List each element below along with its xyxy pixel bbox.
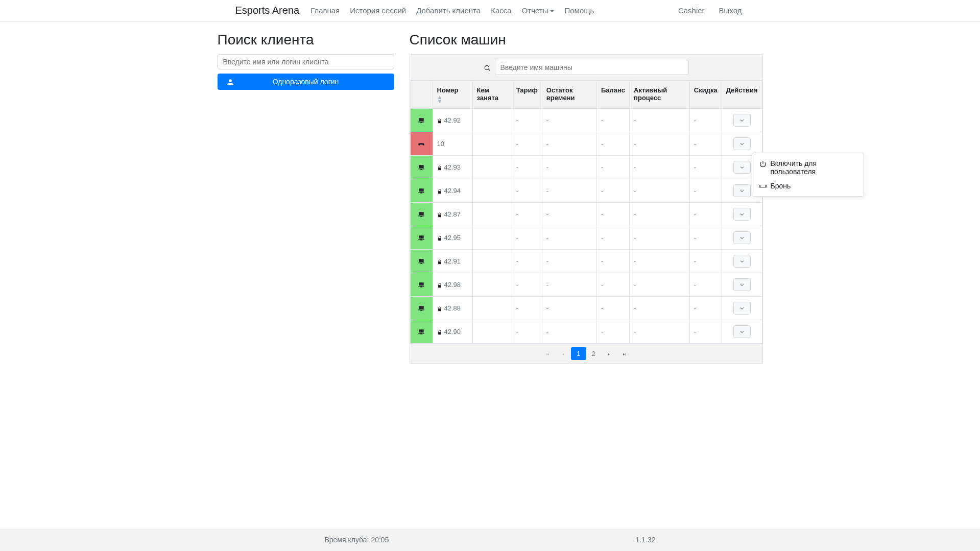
time-left-cell: - <box>542 320 596 344</box>
nav-add-client[interactable]: Добавить клиента <box>413 4 484 17</box>
row-action-button[interactable] <box>733 184 751 197</box>
tariff-cell: - <box>512 297 542 320</box>
row-action-button[interactable] <box>733 255 751 268</box>
page-2[interactable]: 2 <box>586 347 601 360</box>
time-left-cell: - <box>542 250 596 273</box>
page-last[interactable] <box>616 347 633 360</box>
search-icon <box>484 63 491 71</box>
discount-cell: - <box>689 226 722 250</box>
nav-sessions[interactable]: История сессий <box>347 4 409 17</box>
process-cell: - <box>630 179 690 203</box>
number-cell: 42.88 <box>433 297 472 320</box>
pc-icon <box>417 281 425 289</box>
process-cell: - <box>630 132 690 156</box>
occupied-cell <box>472 320 512 344</box>
balance-cell: - <box>596 297 629 320</box>
pc-icon <box>417 234 425 242</box>
brand[interactable]: Esports Arena <box>235 5 300 16</box>
number-cell: 42.90 <box>433 320 472 344</box>
page-next[interactable] <box>601 347 616 360</box>
one-time-login-button[interactable]: Одноразовый логин <box>218 74 394 90</box>
discount-cell: - <box>689 132 722 156</box>
occupied-cell <box>472 297 512 320</box>
tariff-cell: - <box>512 226 542 250</box>
balance-cell: - <box>596 273 629 297</box>
power-icon <box>759 159 767 167</box>
row-action-button[interactable] <box>733 208 751 221</box>
nav-cashier[interactable]: Касса <box>488 4 514 17</box>
table-row: 42.87 - - - - - <box>410 203 762 226</box>
row-action-button[interactable] <box>733 302 751 315</box>
lock-icon <box>437 234 442 242</box>
client-search-title: Поиск клиента <box>218 32 394 48</box>
row-action-button[interactable] <box>733 325 751 338</box>
occupied-cell <box>472 250 512 273</box>
status-cell <box>410 156 433 179</box>
client-search-input[interactable] <box>218 54 394 69</box>
col-discount: Скидка <box>689 81 722 109</box>
nav-main[interactable]: Главная <box>307 4 343 17</box>
lock-icon <box>437 116 442 124</box>
time-left-cell: - <box>542 273 596 297</box>
process-cell: - <box>630 226 690 250</box>
page-first[interactable] <box>539 347 556 360</box>
chevron-down-icon <box>739 116 745 124</box>
col-active-process: Активный процесс <box>630 81 690 109</box>
status-cell <box>410 203 433 226</box>
menu-power-on[interactable]: Включить для пользователя <box>752 156 864 179</box>
process-cell: - <box>630 156 690 179</box>
menu-reserve[interactable]: Бронь <box>752 179 864 193</box>
process-cell: - <box>630 320 690 344</box>
col-balance: Баланс <box>596 81 629 109</box>
row-action-button[interactable] <box>733 231 751 244</box>
row-action-button[interactable] <box>733 114 751 127</box>
table-row: 42.98 - - - - - <box>410 273 762 297</box>
row-action-button[interactable] <box>733 278 751 291</box>
process-cell: - <box>630 273 690 297</box>
occupied-cell <box>472 226 512 250</box>
lock-icon <box>437 328 442 336</box>
gamepad-icon <box>417 140 425 148</box>
col-number[interactable]: Номер ▲▼ <box>433 81 472 109</box>
tariff-cell: - <box>512 132 542 156</box>
page-prev[interactable] <box>556 347 571 360</box>
row-action-button[interactable] <box>733 137 751 150</box>
nav-reports[interactable]: Отчеты <box>519 4 558 17</box>
nav-help[interactable]: Помощь <box>561 4 597 17</box>
lock-icon <box>437 210 442 218</box>
tariff-cell: - <box>512 203 542 226</box>
svg-line-1 <box>488 69 490 70</box>
col-tariff: Тариф <box>512 81 542 109</box>
table-row: 42.95 - - - - - <box>410 226 762 250</box>
pc-icon <box>417 257 425 266</box>
table-row: 42.90 - - - - - <box>410 320 762 344</box>
time-left-cell: - <box>542 226 596 250</box>
table-row: 42.94 - - - - - <box>410 179 762 203</box>
status-cell <box>410 273 433 297</box>
balance-cell: - <box>596 109 629 132</box>
status-cell <box>410 179 433 203</box>
table-row: 42.93 - - - - - <box>410 156 762 179</box>
nav-user[interactable]: Cashier <box>675 4 708 17</box>
chevron-down-icon <box>739 257 745 265</box>
chevron-down-icon <box>739 187 745 195</box>
time-left-cell: - <box>542 297 596 320</box>
col-occupied-by: Кем занята <box>472 81 512 109</box>
nav-logout[interactable]: Выход <box>716 4 745 17</box>
number-cell: 10 <box>433 132 472 156</box>
action-cell <box>722 273 762 297</box>
machine-search-input[interactable] <box>495 60 689 75</box>
ticket-icon <box>759 182 767 190</box>
row-action-button[interactable] <box>733 161 751 174</box>
lock-icon <box>437 257 442 265</box>
tariff-cell: - <box>512 156 542 179</box>
number-cell: 42.92 <box>433 109 472 132</box>
time-left-cell: - <box>542 179 596 203</box>
number-cell: 42.93 <box>433 156 472 179</box>
discount-cell: - <box>689 109 722 132</box>
discount-cell: - <box>689 320 722 344</box>
page-1[interactable]: 1 <box>571 347 586 360</box>
machine-search-row <box>410 55 762 81</box>
pc-icon <box>417 210 425 219</box>
discount-cell: - <box>689 156 722 179</box>
